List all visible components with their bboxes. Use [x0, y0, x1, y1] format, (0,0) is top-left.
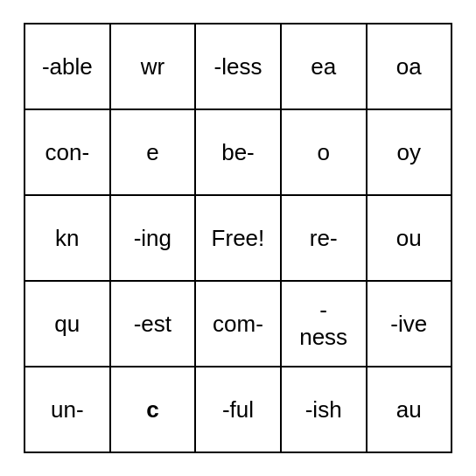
cell-1-2: be-	[195, 109, 281, 195]
cell-4-0: un-	[24, 367, 110, 452]
cell-4-2: -ful	[195, 367, 281, 452]
cell-1-1: e	[110, 109, 195, 195]
cell-2-3: re-	[281, 195, 367, 281]
cell-4-4: au	[367, 367, 452, 452]
cell-2-0: kn	[24, 195, 110, 281]
cell-1-4: oy	[367, 109, 452, 195]
cell-0-0: -able	[24, 24, 110, 109]
cell-3-2: com-	[195, 281, 281, 367]
cell-0-4: oa	[367, 24, 452, 109]
cell-0-1: wr	[110, 24, 195, 109]
cell-0-3: ea	[281, 24, 367, 109]
cell-4-3: -ish	[281, 367, 367, 452]
cell-2-1: -ing	[110, 195, 195, 281]
cell-3-0: qu	[24, 281, 110, 367]
cell-1-0: con-	[24, 109, 110, 195]
cell-1-3: o	[281, 109, 367, 195]
cell-2-2: Free!	[195, 195, 281, 281]
cell-4-1: c	[110, 367, 195, 452]
bingo-board: -ablewr-lesseaoacon-ebe-ooykn-ingFree!re…	[24, 23, 452, 453]
cell-3-1: -est	[110, 281, 195, 367]
cell-3-4: -ive	[367, 281, 452, 367]
cell-2-4: ou	[367, 195, 452, 281]
cell-3-3: -ness	[281, 281, 367, 367]
cell-0-2: -less	[195, 24, 281, 109]
